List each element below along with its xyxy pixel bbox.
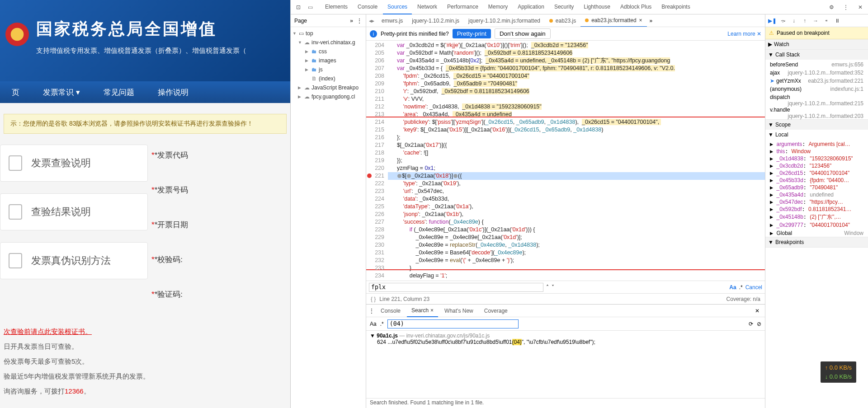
- inspect-icon[interactable]: ⊡: [293, 4, 303, 10]
- info-card[interactable]: 发票真伪识别方法: [0, 242, 148, 279]
- watch-section[interactable]: ▶ Watch: [765, 39, 868, 49]
- scope-variable[interactable]: ▶ _0x65adb9: "70490481": [765, 184, 868, 191]
- scope-variable[interactable]: ▶ arguments: Arguments [cal…: [765, 141, 868, 148]
- step-icon[interactable]: →: [811, 18, 820, 24]
- more-icon[interactable]: ⋮: [841, 4, 851, 10]
- next-match-icon[interactable]: ˅: [552, 284, 554, 291]
- cert-link[interactable]: 次查验前请点此安装根证书。: [4, 328, 92, 335]
- drawer-tab-console[interactable]: Console: [376, 305, 405, 317]
- scope-variable[interactable]: ▶ _0x547dec: "https://fpcy…: [765, 198, 868, 206]
- regex-icon[interactable]: .*: [739, 284, 743, 291]
- close-icon[interactable]: ✕: [757, 31, 761, 37]
- callstack-frame[interactable]: dispatchjquery-1.10.2.m...formatted:215: [765, 93, 868, 101]
- close-icon[interactable]: ✕: [855, 4, 865, 10]
- cancel-find[interactable]: Cancel: [745, 284, 762, 291]
- sources-editor: ◂▸ emwrs.jsjquery-1.10.2.min.jsjquery-1.…: [366, 14, 765, 408]
- file-tab[interactable]: eab23.js:formatted ×: [580, 14, 646, 27]
- dont-show-button[interactable]: Don't show again: [495, 28, 551, 39]
- settings-icon[interactable]: ⚙: [826, 4, 836, 10]
- scope-variable[interactable]: ▶ _0x45b33d: {fpdm: "04400…: [765, 177, 868, 184]
- refresh-icon[interactable]: ⟳: [749, 321, 753, 327]
- scope-variable[interactable]: ▶ _0x3cdb2d: "123456": [765, 162, 868, 169]
- devtools-tab[interactable]: Elements: [321, 0, 352, 14]
- file-tab[interactable]: emwrs.js: [377, 15, 407, 27]
- drawer-more-icon[interactable]: ⋮: [369, 308, 374, 314]
- devtools-tab[interactable]: Console: [353, 0, 382, 14]
- nav-item[interactable]: 页: [0, 87, 31, 98]
- file-icon: 🗎: [311, 75, 317, 82]
- file-tab[interactable]: jquery-1.10.2.min.js:formatted: [464, 15, 545, 27]
- local-scope[interactable]: ▼ Local: [765, 130, 868, 140]
- devtools-tab[interactable]: Performance: [443, 0, 483, 14]
- scope-global[interactable]: ▶ Global Window: [765, 230, 868, 237]
- devtools-tab[interactable]: Network: [413, 0, 442, 14]
- search-results[interactable]: ▼ 90a1c.js — inv-veri.chinatax.gov.cn/js…: [366, 331, 765, 398]
- nav-item[interactable]: 操作说明: [146, 87, 200, 98]
- close-icon[interactable]: ×: [430, 307, 434, 314]
- form-label: **验证码:: [151, 289, 290, 300]
- devtools-tab[interactable]: Security: [550, 0, 578, 14]
- callstack-section[interactable]: ▼ Call Stack: [765, 50, 868, 60]
- callstack-frame[interactable]: (anonymous)indexfunc.js:1: [765, 85, 868, 93]
- scope-variable[interactable]: ▶ _0x592bdf: 0.81181852341…: [765, 206, 868, 213]
- step-over-icon[interactable]: ⤼: [779, 18, 787, 24]
- file-tab[interactable]: eab23.js: [545, 15, 580, 27]
- learn-more-link[interactable]: Learn more ✕: [727, 31, 761, 37]
- prev-match-icon[interactable]: ˄: [546, 284, 549, 291]
- callstack-frame[interactable]: beforeSendemwrs.js:656: [765, 61, 868, 69]
- callstack-frame[interactable]: getYzmXxeab23.js:formatted:221: [765, 77, 868, 85]
- navigator-tab-page[interactable]: Page: [294, 18, 307, 24]
- callstack-frame[interactable]: ajaxjquery-1.10.2.m...formatted:352: [765, 69, 868, 77]
- devtools-tab[interactable]: Lighthouse: [579, 0, 615, 14]
- step-out-icon[interactable]: ↑: [801, 18, 809, 24]
- more-tabs-left-icon[interactable]: ◂▸: [366, 18, 377, 24]
- scope-variable[interactable]: ▶ _0x45148b: (2) ["广东",…: [765, 213, 868, 221]
- devtools-tab[interactable]: Breakpoints: [657, 0, 694, 14]
- resume-icon[interactable]: ▶❚: [768, 18, 776, 24]
- devtools-tab[interactable]: Adblock Plus: [616, 0, 656, 14]
- close-drawer-icon[interactable]: ✕: [752, 308, 762, 314]
- scope-variable[interactable]: ▶ _0x435a4d: undefined: [765, 191, 868, 198]
- code-area[interactable]: var _0x3cdb2d = $('#kjje')[_0x21aa('0x10…: [388, 41, 765, 281]
- devtools-tab[interactable]: Application: [513, 0, 549, 14]
- devtools-tab[interactable]: Memory: [484, 0, 512, 14]
- info-card[interactable]: 发票查验说明: [0, 145, 148, 182]
- pretty-print-button[interactable]: Pretty-print: [453, 29, 491, 38]
- breakpoints-section[interactable]: ▼ Breakpoints: [765, 237, 868, 247]
- devtools: ⊡ ▭ ElementsConsoleSourcesNetworkPerform…: [290, 0, 868, 408]
- page-nav: 页 发票常识 ▾ 常见问题 操作说明: [0, 81, 290, 103]
- drawer-tab-coverage[interactable]: Coverage: [480, 305, 512, 317]
- warning-banner: 示：您使用的是谷歌 83版本浏览器，请参照操作说明安装根证书再进行发票查验操作！: [4, 114, 287, 134]
- nav-item[interactable]: 发票常识 ▾: [31, 87, 92, 98]
- scope-variable[interactable]: ▶ this: Window: [765, 148, 868, 155]
- debugger-toolbar: ▶❚ ⤼ ↓ ↑ → ⁌ ⏸: [765, 14, 868, 27]
- devtools-tab[interactable]: Sources: [383, 0, 412, 14]
- regex-icon[interactable]: .*: [380, 321, 384, 327]
- info-card[interactable]: 查验结果说明: [0, 193, 148, 230]
- nav-item[interactable]: 常见问题: [92, 87, 146, 98]
- scope-variable[interactable]: ▶ _0x1d4838: "1592328060915": [765, 155, 868, 162]
- more-tabs-icon[interactable]: »: [647, 18, 656, 24]
- global-search-input[interactable]: [387, 319, 519, 328]
- pretty-print-bar: i Pretty-print this minified file? Prett…: [366, 27, 765, 41]
- device-icon[interactable]: ▭: [305, 4, 315, 10]
- scope-variable[interactable]: ▶ _0x26cd15: "044001700104": [765, 169, 868, 177]
- frame-icon: ▭: [299, 30, 304, 37]
- match-case-icon[interactable]: Aa: [729, 284, 736, 291]
- line-gutter[interactable]: 2042052062072082092102112122132142152162…: [366, 41, 388, 281]
- find-input[interactable]: [369, 283, 543, 292]
- step-into-icon[interactable]: ↓: [790, 18, 798, 24]
- more-icon[interactable]: ⋮: [357, 18, 362, 24]
- close-icon[interactable]: ×: [639, 17, 642, 23]
- deactivate-bp-icon[interactable]: ⁌: [822, 18, 830, 24]
- match-case-icon[interactable]: Aa: [370, 321, 377, 327]
- clear-icon[interactable]: ⊘: [757, 321, 761, 327]
- scope-section[interactable]: ▼ Scope: [765, 120, 868, 130]
- drawer-tab-search[interactable]: Search ×: [407, 305, 438, 317]
- pause-exceptions-icon[interactable]: ⏸: [833, 18, 841, 24]
- format-icon[interactable]: { }: [371, 296, 379, 302]
- more-tabs-icon[interactable]: »: [350, 18, 353, 24]
- drawer-tab-whatsnew[interactable]: What's New: [440, 305, 478, 317]
- file-tab[interactable]: jquery-1.10.2.min.js: [407, 15, 464, 27]
- scope-variable[interactable]: ▶ _0x299777: "044001700104": [765, 221, 868, 229]
